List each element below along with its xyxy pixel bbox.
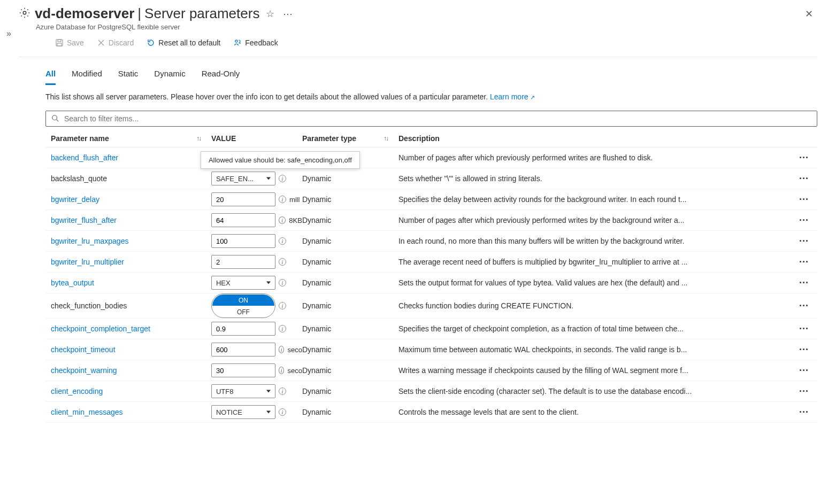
info-icon[interactable]: i xyxy=(279,258,286,266)
value-unit: 8KB xyxy=(289,216,302,224)
info-icon[interactable]: i xyxy=(279,216,286,224)
param-description: Specifies the delay between activity rou… xyxy=(398,195,719,204)
param-name-link[interactable]: client_encoding xyxy=(51,387,103,396)
param-description: Number of pages after which previously p… xyxy=(398,216,719,224)
param-description: Checks function bodies during CREATE FUN… xyxy=(398,301,719,310)
value-input[interactable] xyxy=(211,213,275,227)
param-description: In each round, no more than this many bu… xyxy=(398,237,719,245)
param-name-link[interactable]: client_min_messages xyxy=(51,408,123,416)
value-select[interactable]: HEX xyxy=(211,276,275,290)
info-icon[interactable]: i xyxy=(279,325,286,332)
reset-button[interactable]: Reset all to default xyxy=(141,36,226,49)
learn-more-link[interactable]: Learn more↗ xyxy=(490,92,535,101)
value-select[interactable]: SAFE_EN... xyxy=(211,172,275,185)
param-name-link[interactable]: bgwriter_flush_after xyxy=(51,216,117,224)
table-row: bytea_outputHEXiDynamicSets the output f… xyxy=(45,273,817,293)
feedback-button[interactable]: Feedback xyxy=(228,36,283,49)
value-select[interactable]: NOTICE xyxy=(211,405,275,419)
value-toggle[interactable]: ONOFF xyxy=(211,293,275,318)
param-name-link[interactable]: backend_flush_after xyxy=(51,153,118,162)
param-description: Controls the message levels that are sen… xyxy=(398,408,719,416)
info-icon[interactable]: i xyxy=(279,279,286,286)
row-more-icon[interactable]: ··· xyxy=(791,323,817,335)
external-link-icon: ↗ xyxy=(530,94,535,100)
value-input[interactable] xyxy=(211,322,275,336)
param-name-link[interactable]: bgwriter_delay xyxy=(51,195,99,204)
value-input[interactable] xyxy=(211,343,275,356)
info-icon[interactable]: i xyxy=(279,175,286,182)
table-row: bgwriter_flush_afteri8KBDynamicNumber of… xyxy=(45,210,817,231)
info-icon[interactable]: i xyxy=(279,408,286,416)
row-more-icon[interactable]: ··· xyxy=(791,236,817,247)
expand-nav-icon[interactable]: » xyxy=(4,5,13,38)
param-name-link[interactable]: bgwriter_lru_multiplier xyxy=(51,258,124,266)
value-input[interactable] xyxy=(211,255,275,269)
tab-modified[interactable]: Modified xyxy=(72,69,102,85)
info-icon[interactable]: i xyxy=(279,196,286,203)
param-type: Dynamic xyxy=(302,324,393,333)
tab-static[interactable]: Static xyxy=(118,69,139,85)
param-description: Writes a warning message if checkpoints … xyxy=(398,366,719,375)
value-input[interactable] xyxy=(211,192,275,206)
row-more-icon[interactable]: ··· xyxy=(791,407,817,418)
value-unit: mill xyxy=(289,196,300,204)
info-icon[interactable]: i xyxy=(279,346,285,353)
discard-button[interactable]: Discard xyxy=(91,36,139,49)
save-button[interactable]: Save xyxy=(50,36,89,49)
row-more-icon[interactable]: ··· xyxy=(791,365,817,376)
col-header-name[interactable]: Parameter name↑↓ xyxy=(45,134,206,143)
header-more-icon[interactable]: ⋯ xyxy=(281,8,295,20)
param-name-link[interactable]: bytea_output xyxy=(51,278,94,287)
info-icon[interactable]: i xyxy=(279,237,286,245)
close-icon[interactable]: ✕ xyxy=(801,6,817,22)
row-more-icon[interactable]: ··· xyxy=(791,277,817,289)
param-name-link[interactable]: bgwriter_lru_maxpages xyxy=(51,237,129,245)
info-icon[interactable]: i xyxy=(279,387,286,395)
col-header-desc[interactable]: Description xyxy=(393,134,791,143)
row-more-icon[interactable]: ··· xyxy=(791,152,817,164)
row-more-icon[interactable]: ··· xyxy=(791,257,817,268)
toolbar: Save Discard Reset all to default Feedba… xyxy=(19,31,817,57)
param-type: Dynamic xyxy=(302,195,393,204)
tab-all[interactable]: All xyxy=(45,69,56,85)
table-row: bgwriter_delayimillDynamicSpecifies the … xyxy=(45,189,817,210)
value-input[interactable] xyxy=(211,234,275,248)
param-name-text: backslash_quote xyxy=(51,174,107,183)
tab-readonly[interactable]: Read-Only xyxy=(202,69,240,85)
param-name-link[interactable]: checkpoint_completion_target xyxy=(51,324,150,333)
favorite-star-icon[interactable]: ☆ xyxy=(264,8,277,20)
table-row: backend_flush_afterNumber of pages after… xyxy=(45,148,817,168)
value-select[interactable]: UTF8 xyxy=(211,384,275,398)
page-subtitle: Azure Database for PostgreSQL flexible s… xyxy=(36,23,817,31)
toggle-on[interactable]: ON xyxy=(212,294,274,306)
grid-header: Parameter name↑↓ VALUE Parameter type↑↓ … xyxy=(45,130,817,148)
row-more-icon[interactable]: ··· xyxy=(791,300,817,312)
search-box[interactable] xyxy=(45,111,817,127)
search-input[interactable] xyxy=(63,114,811,123)
value-input[interactable] xyxy=(211,363,275,377)
row-more-icon[interactable]: ··· xyxy=(791,344,817,355)
toggle-off[interactable]: OFF xyxy=(212,306,275,317)
value-unit: seco xyxy=(287,367,302,375)
param-description: The average recent need of buffers is mu… xyxy=(398,258,719,266)
param-type: Dynamic xyxy=(302,408,393,416)
param-name-text: check_function_bodies xyxy=(51,301,127,310)
row-more-icon[interactable]: ··· xyxy=(791,194,817,205)
table-row: checkpoint_completion_targetiDynamicSpec… xyxy=(45,319,817,339)
discard-icon xyxy=(97,38,105,47)
param-name-link[interactable]: checkpoint_timeout xyxy=(51,345,116,354)
param-name-link[interactable]: checkpoint_warning xyxy=(51,366,117,375)
info-icon[interactable]: i xyxy=(279,367,285,374)
param-type: Dynamic xyxy=(302,345,393,354)
tab-dynamic[interactable]: Dynamic xyxy=(154,69,185,85)
col-header-type[interactable]: Parameter type↑↓ xyxy=(302,134,393,143)
col-header-value[interactable]: VALUE xyxy=(206,134,302,143)
param-description: Specifies the target of checkpoint compl… xyxy=(398,324,719,333)
row-more-icon[interactable]: ··· xyxy=(791,215,817,226)
tabs: All Modified Static Dynamic Read-Only xyxy=(45,57,817,85)
param-type: Dynamic xyxy=(302,216,393,224)
row-more-icon[interactable]: ··· xyxy=(791,173,817,184)
help-text: This list shows all server parameters. P… xyxy=(45,85,817,111)
row-more-icon[interactable]: ··· xyxy=(791,386,817,397)
info-icon[interactable]: i xyxy=(279,302,286,309)
